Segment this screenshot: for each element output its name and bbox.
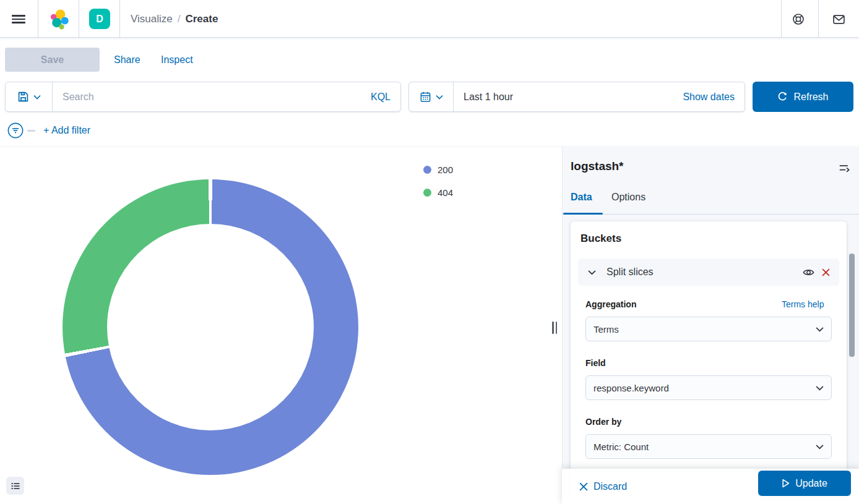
legend-toggle-button[interactable] [6,477,24,495]
field-select[interactable]: response.keyword [585,375,832,400]
save-button[interactable]: Save [5,48,100,72]
chart-canvas: 200 404 [0,147,562,504]
collapse-panel-icon [839,163,850,174]
tab-data[interactable]: Data [571,192,592,214]
legend-label: 404 [438,187,453,198]
filter-icon [7,122,24,139]
aggregation-value: Terms [594,324,619,335]
breadcrumb-current: Create [185,13,218,25]
chart-legend: 200 404 [423,164,453,198]
time-range-value[interactable]: Last 1 hour [454,92,673,103]
filter-options-button[interactable] [7,122,24,139]
save-query-icon [17,91,29,103]
header-divider [79,0,79,38]
date-picker-bar: Last 1 hour Show dates [408,82,745,112]
header-divider [38,0,38,38]
close-icon [579,482,588,491]
legend-dot [423,166,431,174]
remove-bucket-button[interactable] [817,263,834,281]
show-dates-button[interactable]: Show dates [673,92,745,103]
space-avatar[interactable]: D [89,9,110,29]
legend-item[interactable]: 404 [423,187,453,198]
order-by-select[interactable]: Metric: Count [585,434,832,459]
editor-action-bar: Discard Update [562,469,859,504]
hamburger-icon [12,15,25,23]
share-button[interactable]: Share [114,48,140,72]
donut-hole [107,224,314,430]
legend-item[interactable]: 200 [423,164,453,175]
active-tab-underline [563,213,603,215]
header-divider [818,0,819,38]
order-by-value: Metric: Count [594,442,649,452]
update-label: Update [795,478,827,489]
collapse-panel-button[interactable] [837,161,852,176]
panel-scrollbar-thumb[interactable] [849,254,855,357]
buckets-title: Buckets [581,233,621,245]
tab-options[interactable]: Options [611,192,645,214]
field-value: response.keyword [594,383,669,393]
query-bar: KQL [5,82,401,112]
query-language-button[interactable]: KQL [368,92,400,103]
elastic-logo[interactable] [48,8,71,30]
chevron-down-icon [816,385,824,391]
date-quick-menu-button[interactable] [409,82,454,111]
discard-label: Discard [594,481,627,492]
help-button[interactable] [788,9,809,30]
discard-button[interactable]: Discard [579,481,627,492]
tabs-border [562,214,859,215]
panel-resize-handle[interactable] [552,322,558,334]
order-by-label: Order by [585,417,621,427]
legend-dot [423,189,431,197]
refresh-icon [777,92,788,102]
chevron-down-icon [436,95,443,100]
header-divider [119,0,120,38]
mail-icon [832,13,845,26]
eye-icon [803,267,814,278]
aggregation-label: Aggregation [585,299,636,309]
play-icon [782,479,790,488]
newsfeed-button[interactable] [828,9,849,30]
update-button[interactable]: Update [758,471,851,496]
saved-query-menu-button[interactable] [6,82,53,111]
legend-label: 200 [438,164,453,175]
app-header: D Visualize / Create [0,0,859,38]
menu-button[interactable] [7,8,30,30]
refresh-label: Refresh [793,92,828,103]
refresh-button[interactable]: Refresh [753,82,853,112]
index-pattern-title: logstash* [571,160,624,173]
toggle-visibility-button[interactable] [800,263,817,281]
aggregation-select[interactable]: Terms [585,317,832,341]
calendar-icon [420,91,431,103]
split-slices-row[interactable]: Split slices [578,258,839,286]
breadcrumb: Visualize / Create [131,0,218,38]
chevron-down-icon [816,444,824,450]
add-filter-button[interactable]: + Add filter [43,122,90,139]
header-divider [781,0,782,38]
chevron-down-icon [588,270,596,275]
inspect-button[interactable]: Inspect [161,48,193,72]
terms-help-link[interactable]: Terms help [782,299,824,309]
breadcrumb-section[interactable]: Visualize [131,13,173,25]
chevron-down-icon [816,327,824,332]
donut-chart[interactable] [63,179,358,475]
help-icon [792,13,805,25]
field-label: Field [585,358,606,368]
split-slices-label: Split slices [606,267,800,278]
list-icon [11,481,20,491]
search-input[interactable] [53,82,368,111]
filter-bar-divider [27,130,35,132]
close-icon [822,268,830,276]
chevron-down-icon [33,95,41,100]
breadcrumb-separator: / [178,13,181,25]
elastic-logo-icon [50,9,70,30]
